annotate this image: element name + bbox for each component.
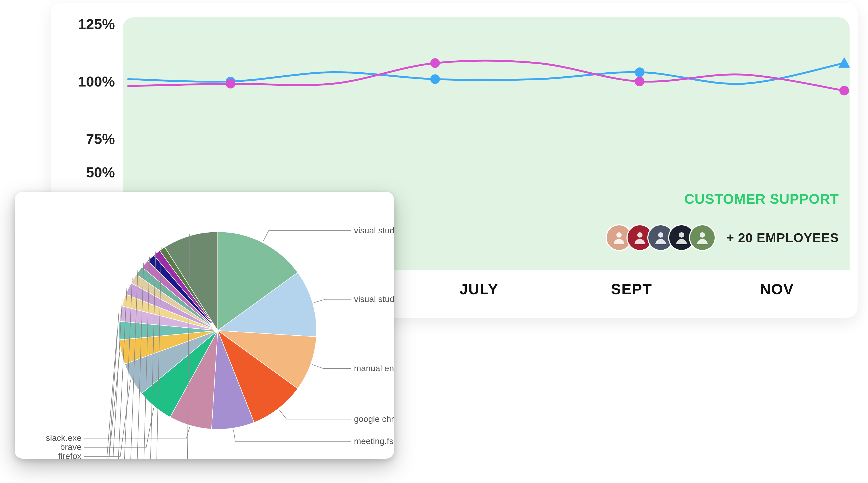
pie-leader	[312, 364, 351, 368]
x-tick-july: JULY	[460, 280, 498, 298]
y-tick-100: 100%	[78, 73, 115, 90]
pie-chart-card: visual studio codevisual studiomanual en…	[15, 192, 394, 459]
pie-label: slack.exe	[46, 433, 82, 443]
pie-leader	[84, 380, 130, 456]
pie-label: visual studio	[354, 294, 394, 304]
line-marker-triangle	[838, 57, 849, 68]
pie-label: brave	[60, 442, 82, 452]
y-tick-50: 50%	[86, 164, 115, 181]
svg-point-1	[637, 232, 643, 238]
svg-point-4	[700, 232, 705, 238]
pie-label: meeting.fs	[354, 436, 394, 446]
pie-label: manual entry	[354, 363, 394, 373]
pie-leader	[234, 429, 351, 441]
svg-point-2	[658, 232, 663, 238]
pie-label: google chrome	[354, 414, 394, 424]
svg-point-3	[679, 232, 684, 238]
pie-leader	[84, 330, 117, 459]
y-tick-75: 75%	[86, 131, 115, 147]
y-tick-125: 125%	[78, 16, 115, 32]
line-marker	[635, 68, 644, 77]
avatar	[689, 224, 716, 251]
customer-support-badge: CUSTOMER SUPPORT	[684, 191, 839, 207]
avatar-group	[606, 224, 716, 251]
pie-leader	[84, 427, 190, 438]
x-tick-sept: SEPT	[611, 280, 652, 298]
employees-count: + 20 EMPLOYEES	[726, 230, 839, 245]
line-marker	[430, 58, 440, 68]
line-series	[128, 63, 844, 84]
pie-leader	[264, 231, 351, 241]
pie-label: firefox	[58, 451, 82, 459]
line-series	[128, 61, 844, 91]
pie-chart-svg: visual studio codevisual studiomanual en…	[15, 192, 394, 459]
pie-leader	[84, 408, 154, 448]
avatars-row: + 20 EMPLOYEES	[606, 224, 839, 251]
line-marker	[635, 77, 644, 86]
svg-point-0	[616, 232, 622, 238]
line-marker	[226, 79, 236, 89]
pie-label: visual studio code	[354, 226, 394, 235]
pie-leader	[314, 299, 351, 302]
line-marker	[839, 86, 849, 95]
pie-leader	[84, 299, 122, 459]
line-marker	[430, 74, 440, 84]
x-tick-nov: NOV	[760, 280, 794, 298]
pie-leader	[84, 313, 119, 459]
pie-leader	[279, 410, 351, 419]
